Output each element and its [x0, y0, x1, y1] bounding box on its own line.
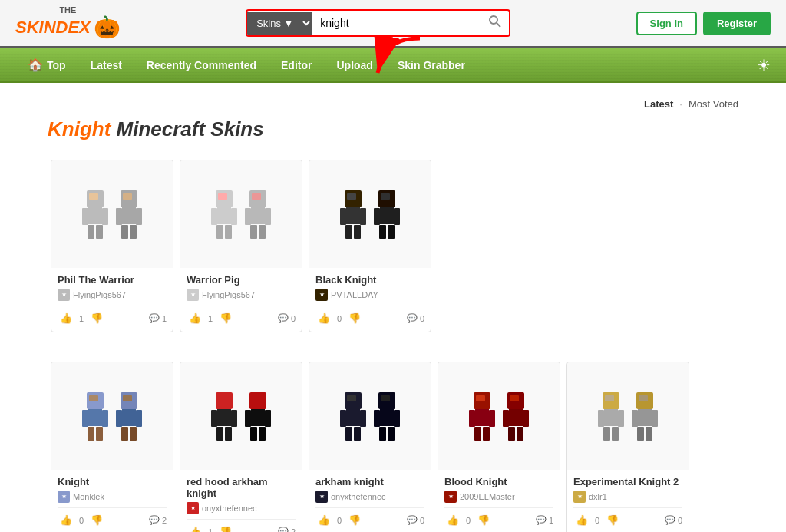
brightness-icon[interactable]: ☀: [757, 56, 771, 74]
like-count: 1: [79, 314, 84, 323]
like-button[interactable]: 👍: [444, 513, 461, 527]
home-icon: 🏠: [28, 58, 43, 72]
search-button[interactable]: [481, 11, 509, 35]
like-button[interactable]: 👍: [58, 513, 74, 527]
skin-card[interactable]: Phil The Warrior ★ FlyingPigs567 👍 1 👎 💬…: [51, 160, 173, 332]
nav-item-editor[interactable]: Editor: [269, 50, 324, 81]
sort-latest[interactable]: Latest: [644, 98, 673, 110]
sort-separator: ·: [679, 98, 682, 110]
register-button[interactable]: Register: [703, 12, 771, 35]
author-name: FlyingPigs567: [202, 290, 255, 299]
page-title-italic: Knight: [48, 117, 111, 140]
sort-most-voted[interactable]: Most Voted: [689, 98, 738, 110]
nav-item-latest[interactable]: Latest: [78, 50, 134, 81]
skin-card[interactable]: Knight ★ Monklek 👍 0 👎 💬 2: [51, 362, 173, 532]
skin-card[interactable]: arkham knight ★ onyxthefennec 👍 0 👎 💬 0: [309, 362, 431, 532]
skin-image: [567, 362, 689, 470]
nav-latest-label: Latest: [91, 59, 122, 71]
nav-item-recently-commented[interactable]: Recently Commented: [134, 50, 269, 81]
like-count: 1: [208, 527, 213, 533]
logo-the-text: THE: [15, 6, 121, 15]
page-title-rest: Minecraft Skins: [111, 117, 263, 140]
auth-buttons: Sign In Register: [636, 12, 771, 35]
author-avatar: ★: [315, 289, 328, 301]
skins-row-2: Knight ★ Monklek 👍 0 👎 💬 2: [48, 359, 738, 532]
author-name: FlyingPigs567: [73, 290, 126, 299]
author-name: onyxthefennec: [331, 492, 386, 501]
skin-actions: 👍 0 👎 💬 0: [315, 507, 424, 527]
skin-name: red hood arkham knight: [187, 476, 296, 499]
page-title: Knight Minecraft Skins: [48, 117, 738, 141]
skin-views: [340, 392, 400, 441]
dislike-button[interactable]: 👎: [604, 513, 621, 527]
skin-actions: 👍 0 👎 💬 2: [58, 507, 167, 527]
like-button[interactable]: 👍: [315, 311, 332, 325]
skin-author: ★ onyxthefennec: [187, 502, 296, 514]
author-avatar: ★: [573, 491, 586, 503]
skin-info: Knight ★ Monklek 👍 0 👎 💬 2: [51, 470, 173, 532]
main-content: Latest · Most Voted Knight Minecraft Ski…: [25, 83, 761, 532]
skin-name: Knight: [58, 476, 167, 487]
dislike-button[interactable]: 👎: [475, 513, 492, 527]
skin-card[interactable]: Black Knight ★ PVTALLDAY 👍 0 👎 💬 0: [309, 160, 431, 332]
comment-icon: 💬: [278, 527, 289, 532]
skin-card[interactable]: Experimental Knight 2 ★ dxlr1 👍 0 👎 💬 0: [566, 362, 689, 532]
skin-info: Black Knight ★ PVTALLDAY 👍 0 👎 💬 0: [309, 268, 431, 332]
author-name: 2009ELMaster: [460, 492, 515, 501]
skin-views: [469, 392, 529, 441]
like-button[interactable]: 👍: [573, 513, 590, 527]
comment-count: 1: [549, 516, 553, 525]
skin-author: ★ dxlr1: [573, 491, 682, 503]
like-count: 0: [337, 516, 342, 525]
author-avatar: ★: [187, 502, 199, 514]
comment-count: 0: [420, 516, 424, 525]
skin-name: Phil The Warrior: [58, 274, 167, 286]
skin-image: [51, 160, 173, 268]
skin-info: arkham knight ★ onyxthefennec 👍 0 👎 💬 0: [309, 470, 431, 532]
dislike-button[interactable]: 👎: [88, 513, 105, 527]
nav-item-top[interactable]: 🏠 Top: [15, 48, 78, 81]
skin-info: Warrior Pig ★ FlyingPigs567 👍 1 👎 💬 0: [180, 268, 302, 332]
like-button[interactable]: 👍: [187, 524, 203, 532]
like-button[interactable]: 👍: [58, 311, 74, 325]
like-count: 0: [595, 516, 599, 525]
dislike-button[interactable]: 👎: [217, 311, 234, 325]
search-input[interactable]: [312, 12, 481, 34]
comment-count: 2: [162, 516, 167, 525]
nav-top-label: Top: [47, 59, 66, 71]
dislike-button[interactable]: 👎: [346, 311, 363, 325]
skin-author: ★ FlyingPigs567: [58, 289, 167, 301]
author-avatar: ★: [58, 491, 70, 503]
like-button[interactable]: 👍: [187, 311, 203, 325]
skin-info: Experimental Knight 2 ★ dxlr1 👍 0 👎 💬 0: [567, 470, 689, 532]
like-count: 0: [79, 516, 84, 525]
like-button[interactable]: 👍: [315, 513, 332, 527]
comment-area: 💬 0: [278, 313, 296, 323]
comment-area: 💬 1: [536, 515, 553, 525]
skin-actions: 👍 0 👎 💬 1: [444, 507, 553, 527]
header: THE SKINDEX 🎃 Skins ▼: [0, 0, 786, 48]
skin-card[interactable]: red hood arkham knight ★ onyxthefennec 👍…: [180, 362, 302, 532]
skins-row-1: Phil The Warrior ★ FlyingPigs567 👍 1 👎 💬…: [48, 157, 738, 335]
logo: THE SKINDEX 🎃: [15, 6, 121, 40]
dislike-button[interactable]: 👎: [217, 524, 234, 532]
skin-info: red hood arkham knight ★ onyxthefennec 👍…: [180, 470, 302, 532]
like-count: 0: [466, 516, 471, 525]
signin-button[interactable]: Sign In: [636, 12, 697, 35]
dislike-button[interactable]: 👎: [88, 311, 105, 325]
author-avatar: ★: [187, 289, 199, 301]
search-type-dropdown[interactable]: Skins ▼: [247, 12, 312, 35]
comment-icon: 💬: [665, 515, 675, 525]
dislike-button[interactable]: 👎: [346, 513, 363, 527]
comment-icon: 💬: [149, 515, 160, 525]
like-count: 0: [337, 314, 342, 323]
skin-card[interactable]: Blood Knight ★ 2009ELMaster 👍 0 👎 💬 1: [438, 362, 560, 532]
comment-count: 0: [291, 314, 296, 323]
comment-area: 💬 2: [278, 527, 296, 532]
skin-card[interactable]: Warrior Pig ★ FlyingPigs567 👍 1 👎 💬 0: [180, 160, 302, 332]
skin-image: [309, 160, 431, 268]
skin-author: ★ 2009ELMaster: [444, 491, 553, 503]
sort-bar: Latest · Most Voted: [48, 98, 738, 110]
nav-recently-label: Recently Commented: [147, 59, 256, 71]
skin-name: Warrior Pig: [187, 274, 296, 286]
